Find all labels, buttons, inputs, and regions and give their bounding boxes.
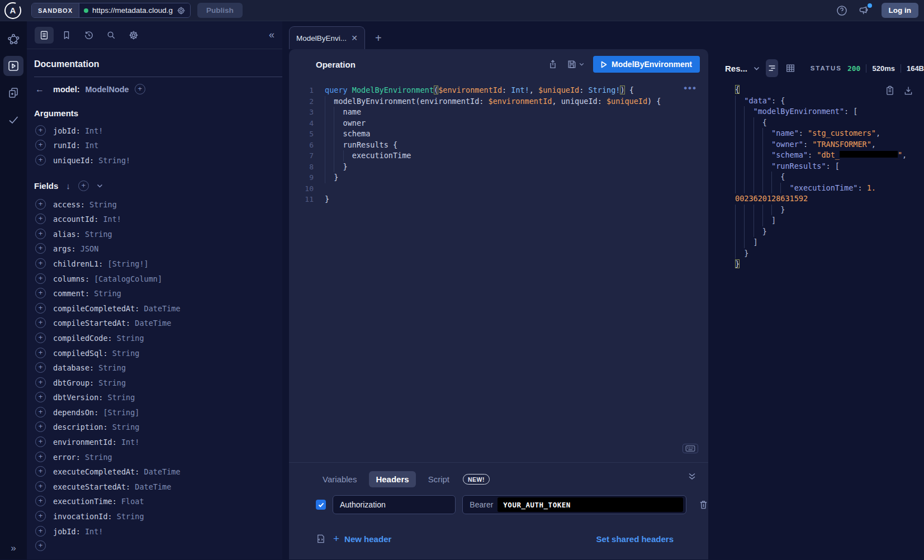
argument-row[interactable]: +jobId: Int!: [35, 123, 282, 138]
field-row[interactable]: +compiledCode: String: [35, 330, 282, 345]
add-argument-icon[interactable]: +: [35, 140, 46, 150]
nav-collections-icon[interactable]: [3, 83, 23, 103]
tab-variables[interactable]: Variables: [316, 471, 363, 487]
field-row[interactable]: +dependsOn: [String]: [35, 405, 282, 420]
download-response-icon[interactable]: [904, 86, 913, 96]
field-row[interactable]: +jobId: Int!: [35, 524, 282, 539]
field-row[interactable]: +invocationId: String: [35, 509, 282, 524]
docs-settings-gear-icon[interactable]: [124, 27, 143, 44]
response-dropdown-chevron-icon[interactable]: [754, 67, 760, 70]
field-row[interactable]: +database: String: [35, 360, 282, 375]
response-json[interactable]: {"data": {"modelByEnvironment": [{"name"…: [708, 84, 924, 270]
field-row[interactable]: +compileCompletedAt: DateTime: [35, 301, 282, 316]
add-field-icon[interactable]: +: [35, 243, 46, 254]
set-shared-headers-link[interactable]: Set shared headers: [596, 534, 674, 544]
add-field-icon[interactable]: +: [35, 317, 46, 328]
add-field-icon[interactable]: +: [35, 273, 46, 284]
endpoint-url[interactable]: https://metadata.cloud.get: [92, 6, 173, 15]
response-tree-view-icon[interactable]: [766, 59, 778, 77]
field-row[interactable]: +: [35, 538, 282, 553]
docs-bookmark-icon[interactable]: [57, 27, 76, 44]
add-fields-icon[interactable]: +: [78, 181, 89, 191]
help-icon[interactable]: [836, 5, 847, 16]
operation-tab[interactable]: ModelByEnvi... ✕: [289, 26, 365, 49]
field-row[interactable]: +args: JSON: [35, 241, 282, 257]
expand-rail-icon[interactable]: »: [11, 543, 16, 554]
add-field-icon[interactable]: +: [35, 303, 46, 314]
add-field-icon[interactable]: +: [35, 377, 46, 388]
response-table-view-icon[interactable]: [784, 59, 797, 77]
add-field-icon[interactable]: +: [35, 407, 46, 417]
field-row[interactable]: +compiledSql: String: [35, 345, 282, 360]
graphql-editor[interactable]: 1234567891011 query ModelByEnvironment($…: [289, 79, 708, 462]
argument-row[interactable]: +uniqueId: String!: [35, 153, 282, 168]
add-argument-icon[interactable]: +: [35, 125, 46, 136]
editor-code[interactable]: query ModelByEnvironment($environmentId:…: [321, 85, 708, 462]
header-name-input[interactable]: Authorization: [333, 495, 456, 514]
editor-more-options-icon[interactable]: •••: [684, 83, 697, 94]
announcements-megaphone-icon[interactable]: [859, 5, 870, 16]
save-operation-icon[interactable]: [567, 59, 577, 69]
add-field-icon[interactable]: +: [35, 421, 46, 432]
field-row[interactable]: +compileStartedAt: DateTime: [35, 316, 282, 331]
endpoint-settings-gear-icon[interactable]: [177, 6, 186, 15]
new-tab-icon[interactable]: +: [375, 32, 382, 45]
field-row[interactable]: +accountId: Int!: [35, 211, 282, 226]
field-row[interactable]: +description: String: [35, 420, 282, 435]
add-field-icon[interactable]: +: [35, 362, 46, 373]
back-arrow-icon[interactable]: ←: [35, 84, 48, 94]
nav-checks-icon[interactable]: [3, 110, 23, 130]
add-all-fields-icon[interactable]: +: [135, 84, 145, 94]
field-row[interactable]: +environmentId: Int!: [35, 434, 282, 449]
add-field-icon[interactable]: +: [35, 526, 46, 537]
nav-explorer-icon[interactable]: [3, 56, 23, 76]
argument-row[interactable]: +runId: Int: [35, 138, 282, 153]
add-field-icon[interactable]: +: [35, 258, 46, 269]
add-field-icon[interactable]: +: [35, 540, 46, 551]
tab-headers[interactable]: Headers: [369, 471, 415, 487]
add-field-icon[interactable]: +: [35, 199, 46, 210]
add-field-icon[interactable]: +: [35, 436, 46, 447]
field-row[interactable]: +executeCompletedAt: DateTime: [35, 464, 282, 479]
field-row[interactable]: +access: String: [35, 197, 282, 212]
field-row[interactable]: +executeStartedAt: DateTime: [35, 479, 282, 494]
add-field-icon[interactable]: +: [35, 392, 46, 402]
field-row[interactable]: +columns: [CatalogColumn]: [35, 271, 282, 286]
add-field-icon[interactable]: +: [35, 481, 46, 492]
auth-token-field[interactable]: YOUR_AUTH_TOKEN: [497, 497, 683, 512]
collapse-docs-panel-icon[interactable]: «: [269, 29, 274, 41]
docs-search-icon[interactable]: [102, 27, 121, 44]
copy-response-icon[interactable]: [885, 86, 894, 96]
field-row[interactable]: +dbtGroup: String: [35, 375, 282, 390]
add-field-icon[interactable]: +: [35, 511, 46, 521]
breadcrumb-type[interactable]: ModelNode: [86, 85, 129, 94]
add-field-icon[interactable]: +: [35, 333, 46, 343]
share-operation-icon[interactable]: [548, 59, 558, 69]
new-header-button[interactable]: + New header: [333, 533, 391, 545]
docs-history-icon[interactable]: [79, 27, 98, 44]
nav-schema-graph-icon[interactable]: [3, 29, 23, 49]
save-options-chevron-icon[interactable]: [579, 63, 584, 66]
field-row[interactable]: +error: String: [35, 449, 282, 464]
add-field-icon[interactable]: +: [35, 288, 46, 298]
add-field-icon[interactable]: +: [35, 213, 46, 224]
run-operation-button[interactable]: ModelByEnvironment: [593, 56, 700, 73]
add-field-icon[interactable]: +: [35, 229, 46, 239]
sort-fields-icon[interactable]: ↓: [66, 181, 70, 191]
header-enabled-checkbox[interactable]: [316, 500, 326, 510]
add-field-icon[interactable]: +: [35, 452, 46, 462]
environment-variables-icon[interactable]: [316, 534, 325, 544]
collapse-request-options-icon[interactable]: [688, 473, 696, 480]
close-tab-icon[interactable]: ✕: [351, 34, 358, 42]
field-row[interactable]: +childrenL1: [String!]: [35, 256, 282, 271]
apollo-logo[interactable]: A: [4, 2, 21, 19]
add-field-icon[interactable]: +: [35, 466, 46, 477]
field-row[interactable]: +comment: String: [35, 286, 282, 301]
endpoint-field[interactable]: https://metadata.cloud.get: [79, 3, 190, 17]
header-value-input[interactable]: Bearer YOUR_AUTH_TOKEN: [462, 495, 686, 514]
publish-button[interactable]: Publish: [197, 3, 243, 18]
field-row[interactable]: +alias: String: [35, 226, 282, 241]
docs-documentation-icon[interactable]: [35, 27, 54, 44]
login-button[interactable]: Log in: [882, 3, 919, 18]
add-argument-icon[interactable]: +: [35, 155, 46, 165]
